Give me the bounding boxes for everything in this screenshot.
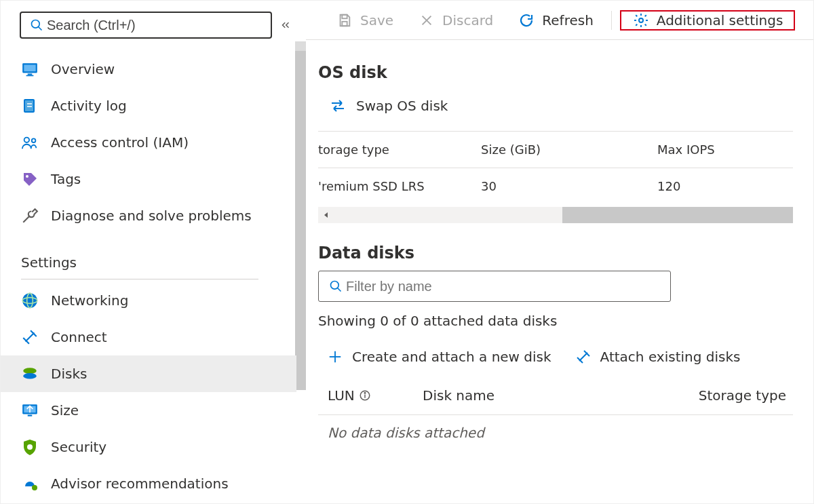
sidebar-item-label: Diagnose and solve problems bbox=[51, 208, 252, 224]
sidebar-item-label: Tags bbox=[51, 171, 81, 187]
attach-icon bbox=[575, 348, 592, 366]
sidebar-item-label: Connect bbox=[51, 329, 107, 345]
svg-point-12 bbox=[26, 175, 28, 178]
sidebar-item-disks[interactable]: Disks bbox=[1, 355, 296, 392]
disks-icon bbox=[21, 365, 39, 383]
svg-point-11 bbox=[32, 138, 36, 142]
os-disk-table: torage type Size (GiB) Max IOPS 'remium … bbox=[318, 131, 793, 204]
wrench-icon bbox=[21, 207, 39, 225]
svg-rect-5 bbox=[26, 75, 34, 77]
svg-point-21 bbox=[27, 444, 33, 450]
data-disks-title: Data disks bbox=[318, 244, 793, 263]
advisor-icon bbox=[21, 475, 39, 492]
os-disk-hscrollbar[interactable] bbox=[318, 207, 793, 223]
svg-point-17 bbox=[23, 373, 37, 379]
svg-marker-28 bbox=[324, 212, 328, 218]
sidebar-item-label: Security bbox=[51, 439, 106, 455]
refresh-button[interactable]: Refresh bbox=[508, 1, 603, 39]
svg-line-1 bbox=[39, 27, 42, 31]
swap-os-disk-button[interactable]: Swap OS disk bbox=[318, 90, 793, 124]
col-lun: LUN bbox=[328, 387, 355, 404]
sidebar-item-label: Disks bbox=[51, 366, 87, 382]
os-col-storage-type: torage type bbox=[318, 142, 481, 157]
svg-point-0 bbox=[32, 20, 40, 28]
os-val-size: 30 bbox=[481, 179, 657, 193]
refresh-label: Refresh bbox=[542, 12, 594, 28]
save-button[interactable]: Save bbox=[326, 1, 403, 39]
sidebar-item-security[interactable]: Security bbox=[1, 429, 296, 465]
toolbar-separator bbox=[611, 11, 612, 30]
people-icon bbox=[21, 134, 39, 151]
os-val-max-iops: 120 bbox=[657, 179, 793, 193]
svg-rect-20 bbox=[28, 415, 33, 416]
search-box[interactable] bbox=[20, 12, 272, 39]
svg-point-10 bbox=[24, 138, 29, 142]
create-attach-disk-button[interactable]: Create and attach a new disk bbox=[326, 348, 551, 366]
filter-input[interactable] bbox=[345, 278, 662, 295]
svg-point-13 bbox=[22, 293, 37, 308]
os-disk-title: OS disk bbox=[318, 63, 793, 82]
attach-existing-disks-button[interactable]: Attach existing disks bbox=[575, 348, 741, 366]
svg-point-35 bbox=[364, 393, 366, 394]
additional-settings-label: Additional settings bbox=[657, 12, 783, 28]
sidebar-item-diagnose[interactable]: Diagnose and solve problems bbox=[1, 197, 296, 234]
shield-icon bbox=[21, 438, 39, 456]
scroll-left-icon[interactable] bbox=[318, 207, 334, 223]
svg-point-22 bbox=[32, 485, 37, 490]
sidebar-item-label: Advisor recommendations bbox=[51, 476, 229, 492]
sidebar-item-tags[interactable]: Tags bbox=[1, 161, 296, 197]
search-icon bbox=[327, 277, 345, 295]
globe-icon bbox=[21, 292, 39, 309]
sidebar-item-access-control[interactable]: Access control (IAM) bbox=[1, 124, 296, 161]
toolbar: Save Discard Refresh Ad bbox=[306, 1, 813, 40]
sidebar-item-overview[interactable]: Overview bbox=[1, 51, 296, 88]
col-disk-name: Disk name bbox=[423, 387, 657, 404]
sidebar-section-settings: Settings bbox=[1, 234, 296, 276]
discard-button[interactable]: Discard bbox=[408, 1, 503, 39]
additional-settings-highlight: Additional settings bbox=[620, 10, 796, 31]
sidebar: Overview Activity log Access control (IA… bbox=[1, 1, 306, 503]
refresh-icon bbox=[518, 12, 535, 29]
sidebar-item-size[interactable]: Size bbox=[1, 392, 296, 429]
data-disks-header: LUN Disk name Storage type bbox=[318, 375, 793, 415]
info-icon[interactable] bbox=[359, 389, 371, 402]
search-icon bbox=[28, 16, 45, 34]
col-storage-type: Storage type bbox=[657, 387, 793, 404]
main-content: Save Discard Refresh Ad bbox=[306, 1, 813, 503]
sidebar-item-label: Access control (IAM) bbox=[51, 134, 189, 151]
svg-line-30 bbox=[338, 288, 341, 292]
tag-icon bbox=[21, 170, 39, 188]
svg-point-27 bbox=[639, 18, 643, 22]
search-input[interactable] bbox=[45, 17, 264, 34]
sidebar-item-networking[interactable]: Networking bbox=[1, 282, 296, 319]
sidebar-item-label: Networking bbox=[51, 292, 128, 309]
additional-settings-button[interactable]: Additional settings bbox=[621, 12, 794, 29]
discard-label: Discard bbox=[442, 12, 493, 28]
collapse-sidebar-button[interactable] bbox=[272, 19, 299, 31]
log-icon bbox=[21, 97, 39, 115]
sidebar-item-label: Overview bbox=[51, 61, 115, 77]
gear-icon bbox=[632, 12, 650, 29]
os-val-storage-type: 'remium SSD LRS bbox=[318, 179, 481, 193]
sidebar-item-activity-log[interactable]: Activity log bbox=[1, 88, 296, 124]
svg-point-29 bbox=[331, 282, 339, 290]
create-attach-label: Create and attach a new disk bbox=[352, 349, 551, 365]
sidebar-item-connect[interactable]: Connect bbox=[1, 319, 296, 355]
sidebar-item-label: Activity log bbox=[51, 98, 127, 114]
sidebar-item-label: Size bbox=[51, 402, 79, 419]
os-col-max-iops: Max IOPS bbox=[657, 142, 793, 157]
filter-box[interactable] bbox=[318, 271, 671, 302]
swap-os-disk-label: Swap OS disk bbox=[356, 98, 448, 114]
sidebar-item-advisor[interactable]: Advisor recommendations bbox=[1, 465, 296, 502]
svg-rect-3 bbox=[24, 65, 35, 72]
no-data-disks-text: No data disks attached bbox=[318, 415, 793, 441]
swap-icon bbox=[329, 97, 347, 115]
os-col-size: Size (GiB) bbox=[481, 142, 657, 157]
attach-existing-label: Attach existing disks bbox=[600, 349, 741, 365]
svg-point-16 bbox=[23, 368, 37, 374]
svg-rect-23 bbox=[342, 14, 347, 18]
svg-rect-7 bbox=[25, 100, 33, 111]
plus-icon bbox=[326, 348, 344, 366]
svg-rect-24 bbox=[342, 21, 347, 25]
divider bbox=[21, 279, 258, 279]
